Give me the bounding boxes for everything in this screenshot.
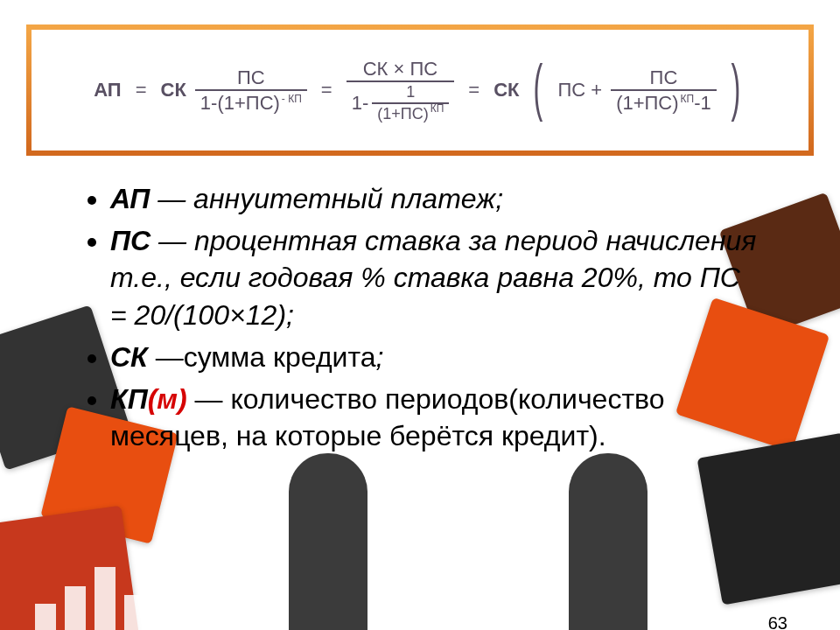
term-kp-red: (м) <box>148 383 187 415</box>
desc-ap: — аннуитетный платеж; <box>150 183 503 214</box>
person-silhouette <box>569 453 648 630</box>
page-number: 63 <box>768 613 788 630</box>
formula-fraction-2: СК × ПС 1- 1 (1+ПС)КП <box>346 59 455 122</box>
slide: Calculator-Credit.ru АП = СК ПС 1-(1+ПС)… <box>0 24 840 630</box>
puzzle-decor <box>697 433 840 606</box>
formula-fraction-3: ПС (1+ПС)КП-1 <box>611 67 717 113</box>
equals-sign: = <box>463 79 485 102</box>
formula-ck-3: СК <box>494 79 519 102</box>
left-paren: ( <box>534 71 543 102</box>
frac2-num: СК × ПС <box>358 59 443 80</box>
bar-chart-decor <box>35 567 175 630</box>
def-kp: КП(м) — количество периодов(количество м… <box>110 381 761 454</box>
term-ck: СК <box>110 341 148 373</box>
frac3-num: ПС <box>645 67 683 89</box>
desc-ck-tail: ; <box>376 341 384 373</box>
desc-ps: — процентная ставка за период начисления… <box>110 225 756 330</box>
frac1-num: ПС <box>232 67 270 89</box>
frac3-den: (1+ПС)КП-1 <box>611 89 717 113</box>
formula-inside-left: ПС + <box>557 79 602 102</box>
person-silhouette <box>289 453 368 630</box>
equals-sign: = <box>130 79 152 102</box>
frac1-den: 1-(1+ПС)- КП <box>195 89 307 113</box>
formula-lhs: АП <box>94 79 121 102</box>
formula-fraction-1: ПС 1-(1+ПС)- КП <box>195 67 307 113</box>
annuity-formula: АП = СК ПС 1-(1+ПС)- КП = СК × ПС 1- 1 (… <box>94 59 746 122</box>
def-ap: АП — аннуитетный платеж; <box>110 180 761 217</box>
formula-ck-1: СК <box>161 79 186 102</box>
desc-kp: — количество периодов(количество месяцев… <box>110 383 664 452</box>
frac2-den: 1- 1 (1+ПС)КП <box>346 80 455 122</box>
term-ap: АП <box>110 183 150 214</box>
term-ps: ПС <box>110 225 150 256</box>
right-paren: ) <box>731 71 740 102</box>
equals-sign: = <box>316 79 338 102</box>
definitions-block: АП — аннуитетный платеж; ПС — процентная… <box>79 180 761 455</box>
desc-ck: —сумма кредита <box>148 341 376 373</box>
def-ck: СК —сумма кредита; <box>110 339 761 375</box>
formula-box: АП = СК ПС 1-(1+ПС)- КП = СК × ПС 1- 1 (… <box>26 24 814 156</box>
term-kp: КП <box>110 383 148 415</box>
def-ps: ПС — процентная ставка за период начисле… <box>110 222 761 333</box>
